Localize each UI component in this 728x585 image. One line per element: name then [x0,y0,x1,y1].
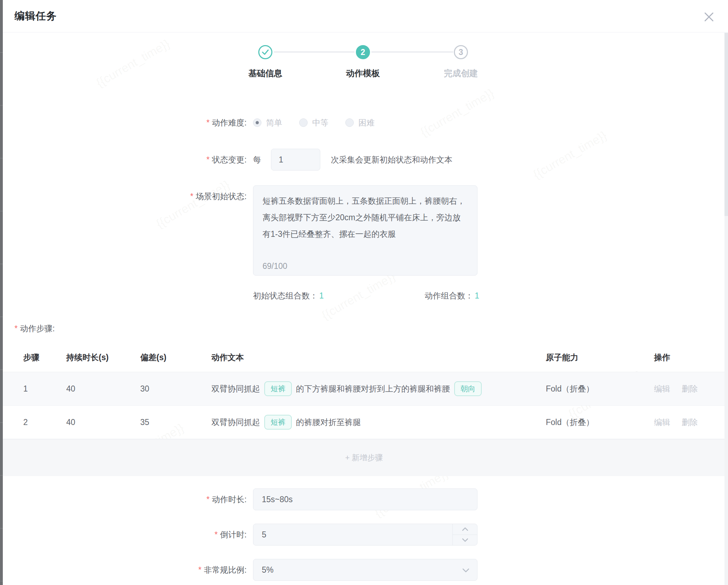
close-icon [704,12,714,22]
initial-state-label: *场景初始状态: [0,185,247,202]
watermark: {{current_time}} [418,86,496,139]
step-2-indicator: 2 [356,45,370,59]
initial-combo-value: 1 [319,291,324,300]
radio-medium-label: 中等 [312,117,328,128]
state-change-suffix: 次采集会更新初始状态和动作文本 [331,154,452,165]
table-row: 2 40 35 双臂协同抓起 短裤 的裤腰对折至裤腿 Fold（折叠） 编辑 删… [0,406,728,439]
action-text-cell: 双臂协同抓起 短裤 的下方裤腿和裤腰对折到上方的裤腿和裤腰 朝向 [211,381,546,396]
countdown-row: *倒计时: 5 [0,524,728,546]
background-page-edge [0,0,3,585]
state-change-label: *状态变更: [0,154,247,165]
initial-state-row: *场景初始状态: 短裤五条数据背面朝上，五条数据正面朝上，裤腰朝右，离头部视野下… [0,185,728,276]
duration-row: *动作时长: 15s~80s [0,488,728,510]
action-combo-count: 动作组合数：1 [425,290,479,301]
spinner-up-button[interactable] [453,524,477,535]
step-connector [274,51,354,53]
initial-state-textarea[interactable]: 短裤五条数据背面朝上，五条数据正面朝上，裤腰朝右，离头部视野下方至少20cm之外… [253,185,477,276]
duration-label: *动作时长: [0,494,247,505]
radio-simple-label: 简单 [266,117,282,128]
action-text-cell: 双臂协同抓起 短裤 的裤腰对折至裤腿 [211,415,546,430]
header-ability: 原子能力 [546,352,654,363]
required-mark: * [215,530,218,539]
chevron-down-icon [462,538,468,542]
radio-button-icon [253,118,261,127]
required-mark: * [14,324,18,333]
step-3-indicator: 3 [454,45,468,59]
step-2-number: 2 [361,48,365,57]
close-button[interactable] [701,9,717,25]
ability-cell: Fold（折叠） [546,417,654,428]
dialog-title: 编辑任务 [14,9,57,23]
header-operations: 操作 [654,352,721,363]
header-step: 步骤 [23,352,66,363]
header-duration: 持续时长(s) [66,352,140,363]
step-2-label: 动作模板 [346,68,380,79]
delete-button[interactable]: 删除 [681,384,698,393]
edit-task-dialog: {{current_time}} {{current_time}} {{curr… [0,0,728,585]
difficulty-label: *动作难度: [0,117,247,128]
number-spinner [452,524,477,545]
spinner-down-button[interactable] [453,535,477,546]
deviation-cell: 30 [140,384,211,394]
stepper: 基础信息 2 动作模板 3 完成创建 [0,32,728,78]
add-step-button[interactable]: + 新增步骤 [0,439,728,476]
chevron-up-icon [462,527,468,531]
unusual-ratio-row: *非常规比例: 5% [0,559,728,581]
required-mark: * [198,565,202,574]
char-counter: 69/100 [263,261,287,271]
orientation-tag: 朝向 [454,381,482,396]
countdown-input[interactable]: 5 [253,524,477,546]
radio-hard[interactable]: 困难 [345,117,375,128]
step-1-indicator [258,45,272,59]
state-change-input[interactable]: 1 [271,149,320,171]
state-change-row: *状态变更: 每 1 次采集会更新初始状态和动作文本 [0,149,728,171]
required-mark: * [206,495,210,504]
header-action-text: 动作文本 [211,352,546,363]
edit-button[interactable]: 编辑 [654,384,670,393]
scrollbar-thumb[interactable] [724,33,728,216]
step-3-label: 完成创建 [444,68,478,79]
object-tag: 短裤 [264,381,292,396]
combination-counts: 初始状态组合数：1 动作组合数：1 [253,290,479,301]
operations-cell: 编辑 删除 [654,383,721,394]
step-cell: 2 [23,418,66,427]
header-deviation: 偏差(s) [140,352,211,363]
table-row: 1 40 30 双臂协同抓起 短裤 的下方裤腿和裤腰对折到上方的裤腿和裤腰 朝向… [0,372,728,406]
step-1-label: 基础信息 [248,68,282,79]
radio-medium[interactable]: 中等 [299,117,328,128]
radio-hard-label: 困难 [358,117,375,128]
step-connector [371,51,453,53]
duration-cell: 40 [66,384,140,394]
countdown-label: *倒计时: [0,529,247,540]
dialog-header: 编辑任务 [0,0,728,32]
radio-button-icon [299,118,308,127]
delete-button[interactable]: 删除 [681,418,698,427]
required-mark: * [206,118,210,127]
ability-cell: Fold（折叠） [546,383,654,394]
unusual-ratio-select[interactable]: 5% [253,559,477,581]
scrollbar[interactable] [724,33,728,585]
duration-cell: 40 [66,418,140,427]
required-mark: * [206,155,210,164]
unusual-ratio-label: *非常规比例: [0,565,247,575]
edit-button[interactable]: 编辑 [654,418,670,427]
check-icon [262,49,269,55]
action-steps-section-label: * 动作步骤: [0,323,728,334]
deviation-cell: 35 [140,418,211,427]
step-cell: 1 [23,384,66,394]
chevron-down-icon [462,568,469,573]
initial-state-text: 短裤五条数据背面朝上，五条数据正面朝上，裤腰朝右，离头部视野下方至少20cm之外… [263,193,468,242]
operations-cell: 编辑 删除 [654,417,721,428]
table-header-row: 步骤 持续时长(s) 偏差(s) 动作文本 原子能力 操作 [0,343,728,372]
object-tag: 短裤 [264,415,292,430]
step-3-number: 3 [459,48,463,57]
radio-simple[interactable]: 简单 [253,117,282,128]
duration-input[interactable]: 15s~80s [253,488,477,510]
state-change-prefix: 每 [253,154,261,165]
action-combo-value: 1 [475,291,479,300]
initial-combo-count: 初始状态组合数：1 [253,290,324,301]
action-steps-table: 步骤 持续时长(s) 偏差(s) 动作文本 原子能力 操作 1 40 30 双臂… [0,343,728,476]
difficulty-options: 简单 中等 困难 [253,117,391,128]
required-mark: * [190,192,193,201]
difficulty-row: *动作难度: 简单 中等 困难 [0,116,728,130]
